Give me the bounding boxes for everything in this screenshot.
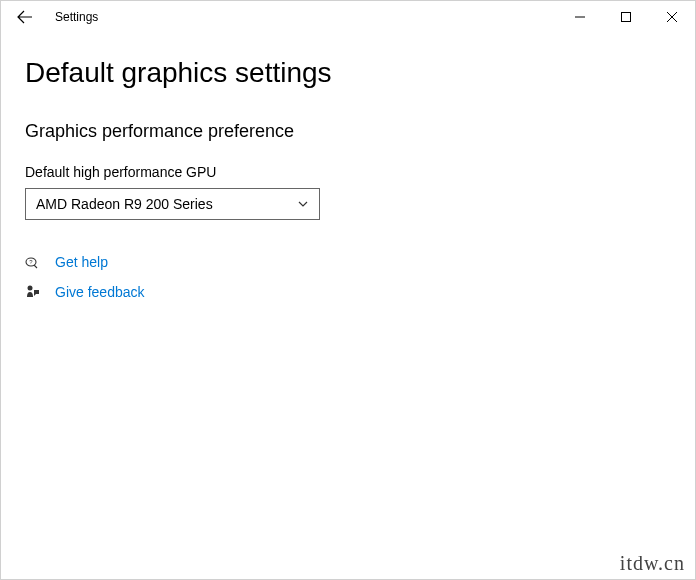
- chevron-down-icon: [297, 198, 309, 210]
- maximize-button[interactable]: [603, 1, 649, 33]
- app-title: Settings: [55, 10, 98, 24]
- get-help-link[interactable]: Get help: [55, 254, 108, 270]
- minimize-icon: [575, 12, 585, 22]
- page-title: Default graphics settings: [25, 57, 671, 89]
- svg-point-6: [28, 286, 33, 291]
- maximize-icon: [621, 12, 631, 22]
- help-links-section: ? Get help Give feedback: [25, 254, 671, 300]
- give-feedback-link[interactable]: Give feedback: [55, 284, 145, 300]
- back-arrow-icon: [17, 9, 33, 25]
- content-area: Default graphics settings Graphics perfo…: [1, 33, 695, 330]
- watermark: itdw.cn: [620, 552, 685, 575]
- window-controls: [557, 1, 695, 33]
- close-button[interactable]: [649, 1, 695, 33]
- get-help-row: ? Get help: [25, 254, 671, 270]
- section-title: Graphics performance preference: [25, 121, 671, 142]
- svg-text:?: ?: [29, 259, 33, 265]
- gpu-field-label: Default high performance GPU: [25, 164, 671, 180]
- back-button[interactable]: [9, 1, 41, 33]
- give-feedback-row: Give feedback: [25, 284, 671, 300]
- gpu-dropdown[interactable]: AMD Radeon R9 200 Series: [25, 188, 320, 220]
- help-icon: ?: [25, 254, 41, 270]
- close-icon: [667, 12, 677, 22]
- titlebar: Settings: [1, 1, 695, 33]
- feedback-icon: [25, 284, 41, 300]
- minimize-button[interactable]: [557, 1, 603, 33]
- gpu-dropdown-value: AMD Radeon R9 200 Series: [36, 196, 297, 212]
- svg-rect-1: [622, 13, 631, 22]
